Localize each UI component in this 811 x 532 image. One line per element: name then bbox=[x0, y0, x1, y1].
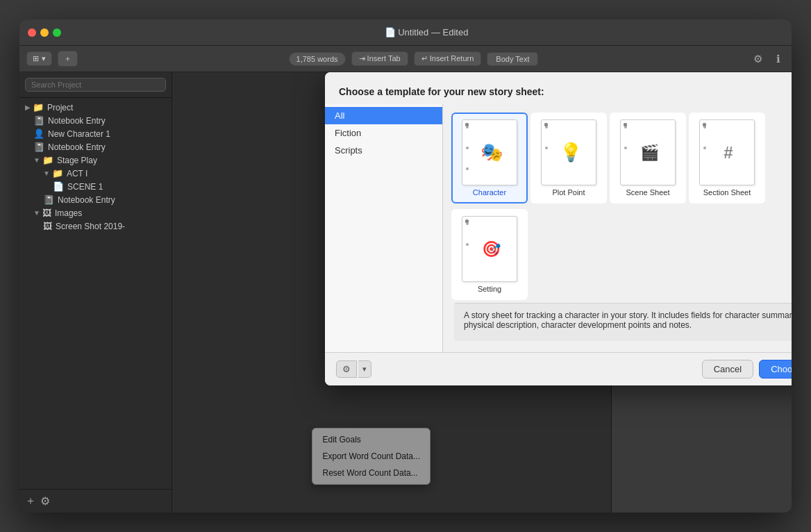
modal-overlay: Choose a template for your new story she… bbox=[172, 72, 611, 513]
notebook-icon-2: 📓 bbox=[33, 142, 44, 152]
sidebar-toggle-button[interactable]: ⊞ ▾ bbox=[26, 51, 52, 66]
card-dots-2 bbox=[545, 126, 548, 149]
info-icon[interactable]: ℹ bbox=[772, 51, 785, 67]
template-card-scenesheet[interactable]: 🎬 Scene Sheet bbox=[610, 113, 686, 203]
dot-11 bbox=[466, 243, 469, 246]
cancel-button[interactable]: Cancel bbox=[702, 360, 753, 379]
dot-1 bbox=[466, 126, 469, 128]
setting-template-icon: 🎯 bbox=[462, 216, 517, 282]
sidebar-item-character[interactable]: 👤 New Character 1 bbox=[19, 127, 172, 140]
body-text-button[interactable]: Body Text bbox=[487, 52, 538, 66]
add-button[interactable]: ＋ bbox=[58, 51, 78, 67]
scene-icon: 📄 bbox=[53, 181, 64, 192]
sidebar-item-scene1[interactable]: 📄 SCENE 1 bbox=[19, 180, 172, 193]
sidebar-item-images[interactable]: ▼ 🖼 Images bbox=[19, 206, 172, 219]
dot-9 bbox=[703, 147, 706, 149]
search-input[interactable] bbox=[25, 78, 166, 92]
options-chevron-button[interactable]: ▾ bbox=[358, 360, 371, 378]
titlebar: 📄 Untitled — Edited bbox=[19, 19, 792, 46]
character-template-icon: 🎭 bbox=[462, 119, 517, 185]
options-gear-button[interactable]: ⚙ bbox=[336, 360, 357, 378]
sidebar-icon: ⊞ bbox=[33, 54, 39, 63]
arrow-icon: ▶ bbox=[25, 103, 31, 111]
dot-10 bbox=[466, 222, 469, 225]
character-label: Character bbox=[473, 188, 506, 197]
insert-return-button[interactable]: ↵ Insert Return bbox=[414, 51, 482, 66]
toolbar: ⊞ ▾ ＋ 1,785 words ⇥ Insert Tab ↵ Insert … bbox=[19, 46, 792, 72]
sidebar-item-act1[interactable]: ▼ 📁 ACT I bbox=[19, 167, 172, 180]
template-grid-area: 🎭 Character bbox=[443, 104, 792, 352]
footer-right: Cancel Choose bbox=[702, 360, 792, 379]
notebook-icon: 📓 bbox=[33, 115, 44, 126]
sidebar-item-notebook-3[interactable]: 📓 Notebook Entry bbox=[19, 193, 172, 206]
dot-7 bbox=[624, 147, 627, 149]
template-grid-row2: 🎯 Setting bbox=[449, 206, 792, 303]
sidebar-search-area bbox=[19, 72, 172, 98]
chevron-down-icon: ▾ bbox=[42, 54, 46, 63]
sectionsheet-label: Section Sheet bbox=[703, 188, 751, 197]
folder-icon: 📁 bbox=[33, 102, 44, 113]
footer-left: ⚙ ▾ bbox=[336, 360, 371, 378]
category-all[interactable]: All bbox=[325, 107, 442, 124]
card-dots-3 bbox=[624, 126, 627, 149]
arrow-down-icon-3: ▼ bbox=[33, 209, 40, 217]
dot-8 bbox=[703, 126, 706, 128]
gear-icon[interactable]: ⚙ bbox=[40, 494, 50, 508]
plotpoint-label: Plot Point bbox=[552, 188, 585, 197]
notebook-icon-3: 📓 bbox=[43, 194, 54, 205]
modal-footer: ⚙ ▾ Cancel Choose bbox=[325, 352, 792, 385]
arrow-down-icon: ▼ bbox=[33, 156, 40, 164]
minimize-button[interactable] bbox=[40, 28, 49, 37]
choose-button[interactable]: Choose bbox=[759, 360, 792, 379]
window-title: 📄 Untitled — Edited bbox=[69, 27, 783, 38]
image-icon: 🖼 bbox=[43, 221, 52, 231]
category-list: All Fiction Scripts bbox=[325, 104, 443, 352]
main-window: 📄 Untitled — Edited ⊞ ▾ ＋ 1,785 words ⇥ … bbox=[19, 19, 792, 513]
card-dots-5 bbox=[466, 222, 469, 246]
template-description: A story sheet for tracking a character i… bbox=[454, 303, 792, 341]
insert-tab-button[interactable]: ⇥ Insert Tab bbox=[351, 51, 408, 66]
main-area: ▶ 📁 Project 📓 Notebook Entry 👤 New Chara… bbox=[19, 72, 792, 513]
modal-title: Choose a template for your new story she… bbox=[339, 86, 792, 97]
scenesheet-template-icon: 🎬 bbox=[620, 119, 676, 185]
sidebar-item-notebook-1[interactable]: 📓 Notebook Entry bbox=[19, 114, 172, 127]
character-icon: 👤 bbox=[33, 128, 44, 139]
category-fiction[interactable]: Fiction bbox=[325, 124, 442, 142]
sidebar-item-notebook-2[interactable]: 📓 Notebook Entry bbox=[19, 140, 172, 153]
arrow-down-icon-2: ▼ bbox=[43, 169, 50, 177]
dot-3 bbox=[466, 167, 469, 170]
template-card-sectionsheet[interactable]: # Section Sheet bbox=[689, 113, 765, 203]
word-count: 1,785 words bbox=[289, 52, 346, 66]
sidebar-tree: ▶ 📁 Project 📓 Notebook Entry 👤 New Chara… bbox=[19, 98, 172, 489]
template-card-plotpoint[interactable]: 💡 Plot Point bbox=[530, 113, 607, 203]
add-item-button[interactable]: ＋ bbox=[25, 494, 36, 508]
act-icon: 📁 bbox=[52, 168, 63, 178]
dot-5 bbox=[545, 147, 548, 149]
traffic-lights bbox=[28, 28, 61, 37]
setting-label: Setting bbox=[478, 285, 501, 293]
dot-4 bbox=[545, 126, 548, 128]
scenesheet-label: Scene Sheet bbox=[626, 188, 670, 197]
dot-6 bbox=[624, 126, 627, 128]
template-card-character[interactable]: 🎭 Character bbox=[451, 113, 528, 203]
dot-2 bbox=[466, 147, 469, 149]
template-card-setting[interactable]: 🎯 Setting bbox=[451, 209, 528, 300]
sidebar-item-screenshot[interactable]: 🖼 Screen Shot 2019- bbox=[19, 219, 172, 233]
card-dots-4 bbox=[703, 126, 706, 149]
template-grid: 🎭 Character bbox=[449, 110, 792, 206]
sidebar-bottom: ＋ ⚙ bbox=[19, 489, 172, 513]
maximize-button[interactable] bbox=[53, 28, 61, 37]
images-folder-icon: 🖼 bbox=[42, 208, 51, 218]
modal-body: All Fiction Scripts bbox=[325, 104, 792, 352]
close-button[interactable] bbox=[28, 28, 36, 37]
sidebar-item-project[interactable]: ▶ 📁 Project bbox=[19, 101, 172, 114]
category-scripts[interactable]: Scripts bbox=[325, 142, 442, 159]
template-modal: Choose a template for your new story she… bbox=[325, 72, 792, 385]
plotpoint-template-icon: 💡 bbox=[541, 119, 596, 185]
settings-icon[interactable]: ⚙ bbox=[749, 51, 767, 67]
title-icon: 📄 bbox=[385, 27, 396, 38]
plus-icon: ＋ bbox=[64, 53, 72, 64]
sectionsheet-template-icon: # bbox=[699, 119, 755, 185]
editor-area: Choose a template for your new story she… bbox=[172, 72, 611, 513]
sidebar-item-stageplay[interactable]: ▼ 📁 Stage Play bbox=[19, 153, 172, 167]
